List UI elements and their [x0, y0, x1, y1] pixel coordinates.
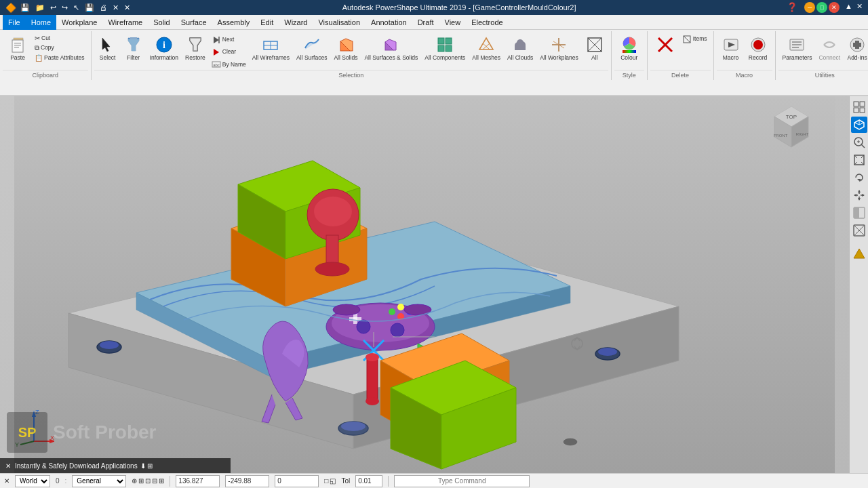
- coordinate-system-select[interactable]: World: [15, 475, 50, 487]
- svg-line-47: [684, 36, 690, 43]
- menu-visualisation[interactable]: Visualisation: [313, 15, 366, 30]
- all-clouds-button[interactable]: All Clouds: [505, 34, 536, 62]
- menu-workplane[interactable]: Workplane: [56, 15, 102, 30]
- statusbar-close-icon[interactable]: ✕: [4, 477, 9, 485]
- svg-point-113: [564, 439, 577, 445]
- svg-marker-29: [479, 38, 493, 49]
- qa-more[interactable]: ✕: [123, 3, 132, 12]
- svg-marker-151: [858, 198, 861, 201]
- qa-open[interactable]: 📁: [34, 3, 46, 12]
- cut-button[interactable]: ✂ Cut: [33, 34, 87, 43]
- minimize-button[interactable]: ─: [804, 2, 815, 13]
- information-label: Information: [150, 55, 179, 61]
- menu-wireframe[interactable]: Wireframe: [102, 15, 148, 30]
- addins-button[interactable]: Add-Ins: [844, 34, 868, 62]
- svg-point-112: [598, 348, 617, 356]
- all-wireframes-button[interactable]: All Wireframes: [250, 34, 292, 62]
- all-sol-label: All Solids: [334, 55, 357, 61]
- tol-icon2[interactable]: ◱: [330, 477, 336, 485]
- tol-icon1[interactable]: □: [324, 477, 328, 485]
- view-cube[interactable]: TOP FRONT RIGHT: [768, 103, 808, 144]
- colour-icon: [620, 35, 639, 54]
- view-standard-button[interactable]: [851, 99, 867, 115]
- menu-file[interactable]: File: [3, 15, 26, 30]
- menu-draft[interactable]: Draft: [412, 15, 439, 30]
- restore-button[interactable]: Restore: [182, 34, 208, 62]
- all-workplanes-button[interactable]: All Workplanes: [537, 34, 581, 62]
- qa-new[interactable]: 💾: [19, 3, 31, 12]
- restore-label: Restore: [185, 55, 205, 61]
- colour-button[interactable]: Colour: [616, 34, 643, 62]
- all-meshes-button[interactable]: All Meshes: [469, 34, 503, 62]
- model-tree-button[interactable]: [851, 245, 867, 262]
- paste-attributes-button[interactable]: 📋 Paste Attributes: [33, 54, 87, 62]
- connect-button[interactable]: Connect: [816, 34, 843, 62]
- menu-wizard[interactable]: Wizard: [279, 15, 313, 30]
- menu-surface[interactable]: Surface: [176, 15, 212, 30]
- ortho-icon[interactable]: ⊡: [145, 477, 151, 485]
- menu-solid[interactable]: Solid: [148, 15, 175, 30]
- qa-undo[interactable]: ↩: [49, 3, 58, 12]
- parameters-button[interactable]: Parameters: [780, 34, 815, 62]
- menu-home[interactable]: Home: [26, 15, 56, 30]
- qa-extras[interactable]: ✕: [111, 3, 120, 12]
- delete-button[interactable]: [652, 34, 679, 56]
- notification-close[interactable]: ✕: [5, 462, 11, 470]
- extra-icon[interactable]: ⊞: [159, 477, 164, 485]
- macro-button[interactable]: Macro: [718, 34, 744, 62]
- maximize-button[interactable]: □: [816, 2, 827, 13]
- menu-edit[interactable]: Edit: [255, 15, 279, 30]
- all-comp-label: All Components: [425, 55, 465, 61]
- filter-button[interactable]: Filter: [121, 34, 146, 62]
- qa-print[interactable]: 🖨: [98, 3, 108, 12]
- all-surfaces-solids-button[interactable]: All Surfaces & Solids: [361, 34, 420, 62]
- ribbon-group-style: Colour Style: [612, 31, 648, 80]
- qa-cursor[interactable]: ↖: [72, 3, 81, 12]
- all-wf-label: All Wireframes: [252, 55, 290, 61]
- zoom-fit-button[interactable]: [851, 152, 867, 168]
- all-icon: [585, 35, 604, 54]
- connect-icon: [820, 35, 839, 54]
- connect-label: Connect: [818, 55, 840, 61]
- select-button[interactable]: Select: [96, 34, 120, 62]
- utilities-label: Utilities: [778, 70, 868, 80]
- watermark: SP Soft Prober: [7, 412, 156, 453]
- items-button[interactable]: Items: [680, 34, 709, 45]
- record-button[interactable]: Record: [745, 34, 771, 62]
- qa-redo[interactable]: ↪: [60, 3, 69, 12]
- window-close-alt[interactable]: ✕: [856, 2, 863, 13]
- zoom-window-button[interactable]: [851, 134, 867, 150]
- pan-button[interactable]: [851, 187, 867, 203]
- menu-annotation[interactable]: Annotation: [366, 15, 412, 30]
- copy-button[interactable]: ⧉ Copy: [33, 43, 87, 53]
- snap-icon[interactable]: ⊕: [132, 477, 137, 485]
- menu-electrode[interactable]: Electrode: [466, 15, 508, 30]
- all-components-button[interactable]: All Components: [422, 34, 468, 62]
- clear-button[interactable]: Clear: [210, 47, 248, 58]
- next-button[interactable]: Next: [210, 35, 248, 45]
- menu-view[interactable]: View: [439, 15, 467, 30]
- help-icon[interactable]: ❓: [787, 2, 797, 13]
- grid-icon[interactable]: ⊞: [138, 477, 144, 485]
- all-button[interactable]: All: [583, 34, 607, 62]
- restore-icon: [186, 35, 205, 54]
- rotate-button[interactable]: [851, 169, 867, 186]
- all-surfaces-button[interactable]: All Surfaces: [294, 34, 330, 62]
- command-input[interactable]: [394, 475, 530, 487]
- view-isometric-button[interactable]: [851, 117, 867, 133]
- menu-assembly[interactable]: Assembly: [212, 15, 256, 30]
- by-name-button[interactable]: abc By Name: [210, 59, 248, 70]
- all-mesh-label: All Meshes: [472, 55, 500, 61]
- viewport[interactable]: TOP FRONT RIGHT Z X Y: [0, 96, 849, 473]
- qa-save[interactable]: 💾: [83, 3, 96, 12]
- paste-button[interactable]: Paste: [4, 34, 31, 62]
- svg-marker-5: [102, 38, 110, 52]
- all-solids-button[interactable]: All Solids: [331, 34, 360, 62]
- shading-button[interactable]: [851, 205, 867, 221]
- level-select[interactable]: General: [72, 475, 126, 487]
- wireframe-button[interactable]: [851, 222, 867, 239]
- trim-icon[interactable]: ⊟: [152, 477, 157, 485]
- ribbon-minimize[interactable]: ▲: [845, 2, 852, 13]
- close-button[interactable]: ✕: [829, 2, 840, 13]
- information-button[interactable]: i Information: [147, 34, 182, 62]
